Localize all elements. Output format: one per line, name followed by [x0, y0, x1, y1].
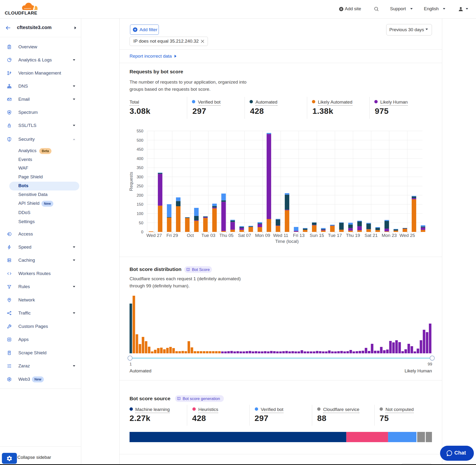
svg-text:200: 200	[137, 193, 143, 198]
svg-text:Wed 27: Wed 27	[147, 233, 162, 238]
svg-text:Time (local): Time (local)	[275, 239, 299, 244]
svg-text:Tue 17: Tue 17	[328, 233, 342, 238]
svg-text:Wed 25: Wed 25	[400, 233, 415, 238]
svg-text:99: 99	[428, 362, 432, 366]
svg-text:150: 150	[137, 202, 143, 207]
svg-text:Mon 23: Mon 23	[382, 233, 397, 238]
svg-text:550: 550	[137, 129, 143, 133]
svg-text:Automated: Automated	[129, 368, 151, 373]
svg-text:500: 500	[137, 138, 143, 143]
svg-text:Sat 07: Sat 07	[238, 233, 251, 238]
svg-text:350: 350	[137, 166, 143, 170]
svg-text:100: 100	[137, 211, 143, 216]
svg-text:300: 300	[137, 175, 143, 179]
svg-text:Likely Human: Likely Human	[405, 368, 432, 373]
svg-text:Thu 05: Thu 05	[219, 233, 233, 238]
svg-text:400: 400	[137, 157, 143, 161]
svg-text:Tue 03: Tue 03	[201, 233, 215, 238]
svg-text:Sat 21: Sat 21	[365, 233, 378, 238]
svg-text:Sun 15: Sun 15	[310, 233, 324, 238]
svg-text:Fri 13: Fri 13	[293, 233, 305, 238]
svg-text:0: 0	[141, 230, 143, 234]
svg-text:Oct: Oct	[187, 233, 194, 238]
svg-text:Requests: Requests	[128, 172, 134, 191]
svg-text:1: 1	[129, 362, 132, 366]
svg-text:Thu 19: Thu 19	[346, 233, 360, 238]
svg-text:Wed 11: Wed 11	[273, 233, 288, 238]
svg-text:450: 450	[137, 147, 143, 152]
svg-text:Fri 29: Fri 29	[167, 233, 178, 238]
svg-text:50: 50	[139, 221, 143, 225]
svg-text:250: 250	[137, 184, 143, 188]
svg-text:Mon 09: Mon 09	[255, 233, 270, 238]
